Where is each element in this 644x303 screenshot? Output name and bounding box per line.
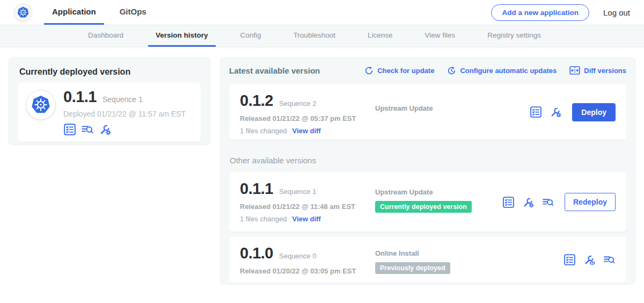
subtab-view-files[interactable]: View files — [417, 25, 463, 47]
currently-deployed-card: Currently deployed version 0.1.1 Sequenc… — [9, 57, 210, 145]
subtab-view-files-label: View files — [425, 31, 455, 39]
deployed-timestamp: Deployed 01/21/22 @ 11:57 am EST — [63, 110, 186, 118]
check-for-update-label: Check for update — [377, 67, 434, 75]
version-source: Upstream Update — [375, 104, 530, 112]
top-nav: Application GitOps Add a new application… — [0, 0, 644, 25]
version-sequence: Sequence 1 — [279, 187, 316, 196]
config-icon[interactable] — [99, 123, 112, 136]
preflight-checks-icon[interactable] — [564, 254, 576, 266]
app-kubernetes-logo-icon — [26, 90, 56, 120]
configure-automatic-updates-label: Configure automatic updates — [460, 67, 557, 75]
latest-available-header: Latest available version Check for updat… — [229, 66, 626, 75]
subtab-config-label: Config — [240, 31, 261, 39]
subtab-registry-settings[interactable]: Registry settings — [480, 25, 548, 47]
config-icon[interactable] — [522, 196, 535, 208]
version-source: Online Install — [375, 249, 564, 257]
version-number: 0.1.2 — [240, 92, 273, 110]
version-source: Upstream Update — [375, 188, 502, 196]
subtab-config[interactable]: Config — [233, 25, 269, 47]
tab-gitops[interactable]: GitOps — [112, 0, 155, 25]
kubernetes-logo-icon — [14, 3, 32, 21]
subtab-dashboard-label: Dashboard — [88, 31, 123, 39]
version-released-timestamp: Released 01/21/22 @ 05:37 pm EST — [240, 114, 375, 122]
app-screen: Application GitOps Add a new application… — [0, 0, 644, 303]
tab-application-label: Application — [52, 7, 96, 16]
version-released-timestamp: Released 01/21/22 @ 11:48 am EST — [240, 203, 375, 211]
config-view-icon[interactable] — [583, 254, 596, 266]
deploy-button[interactable]: Deploy — [572, 103, 616, 121]
preflight-checks-icon[interactable] — [530, 106, 542, 118]
subtab-version-history-label: Version history — [156, 31, 208, 39]
other-available-title: Other available versions — [230, 156, 626, 165]
diff-versions-label: Diff versions — [584, 67, 626, 75]
subtab-license-label: License — [368, 31, 393, 39]
version-card-0-1-2: 0.1.2 Sequence 2 Released 01/21/22 @ 05:… — [229, 84, 626, 140]
redeploy-button[interactable]: Redeploy — [565, 193, 616, 211]
files-changed-label: 1 files changed — [240, 215, 287, 223]
refresh-icon — [364, 66, 374, 75]
deployed-sequence: Sequence 1 — [103, 95, 143, 104]
version-sequence: Sequence 0 — [279, 252, 316, 260]
check-for-update-link[interactable]: Check for update — [364, 66, 434, 75]
deployed-version-number: 0.1.1 — [63, 89, 97, 106]
subtab-troubleshoot[interactable]: Troubleshoot — [286, 25, 343, 47]
version-number: 0.1.0 — [240, 245, 273, 262]
subtab-license[interactable]: License — [360, 25, 400, 47]
logout-button[interactable]: Log out — [603, 8, 630, 17]
logs-icon[interactable] — [81, 123, 94, 136]
brand-logo — [0, 0, 44, 25]
tab-application[interactable]: Application — [44, 0, 104, 25]
configure-automatic-updates-link[interactable]: Configure automatic updates — [447, 66, 557, 75]
currently-deployed-badge: Currently deployed version — [375, 201, 472, 213]
subtab-troubleshoot-label: Troubleshoot — [294, 31, 335, 39]
tab-gitops-label: GitOps — [120, 7, 147, 16]
top-nav-right: Add a new application Log out — [491, 0, 644, 25]
subtab-registry-settings-label: Registry settings — [487, 31, 541, 39]
preflight-checks-icon[interactable] — [63, 123, 76, 136]
logs-icon[interactable] — [603, 254, 616, 266]
sub-nav: Dashboard Version history Config Trouble… — [0, 25, 644, 47]
diff-versions-link[interactable]: Diff versions — [569, 66, 626, 75]
deployed-version-card: 0.1.1 Sequence 1 Deployed 01/21/22 @ 11:… — [18, 83, 201, 142]
diff-icon — [569, 66, 580, 75]
version-sequence: Sequence 2 — [279, 99, 316, 107]
subtab-dashboard[interactable]: Dashboard — [80, 25, 131, 47]
version-card-0-1-1: 0.1.1 Sequence 1 Released 01/21/22 @ 11:… — [229, 172, 626, 232]
schedule-icon — [447, 66, 456, 75]
subtab-version-history[interactable]: Version history — [148, 25, 216, 47]
config-icon[interactable] — [550, 106, 562, 118]
version-number: 0.1.1 — [240, 181, 273, 198]
available-versions-panel: Latest available version Check for updat… — [220, 57, 635, 285]
latest-available-title: Latest available version — [229, 66, 320, 75]
version-released-timestamp: Released 01/20/22 @ 03:05 pm EST — [240, 267, 375, 275]
preflight-checks-icon[interactable] — [502, 196, 515, 208]
previously-deployed-badge: Previously deployed — [375, 262, 450, 274]
view-diff-link[interactable]: View diff — [292, 215, 320, 223]
view-diff-link[interactable]: View diff — [292, 127, 320, 135]
version-card-0-1-0: 0.1.0 Sequence 0 Released 01/20/22 @ 03:… — [229, 237, 626, 283]
logs-icon[interactable] — [542, 196, 554, 208]
files-changed-label: 1 files changed — [240, 127, 287, 135]
add-application-button[interactable]: Add a new application — [491, 4, 589, 21]
currently-deployed-title: Currently deployed version — [19, 67, 201, 77]
